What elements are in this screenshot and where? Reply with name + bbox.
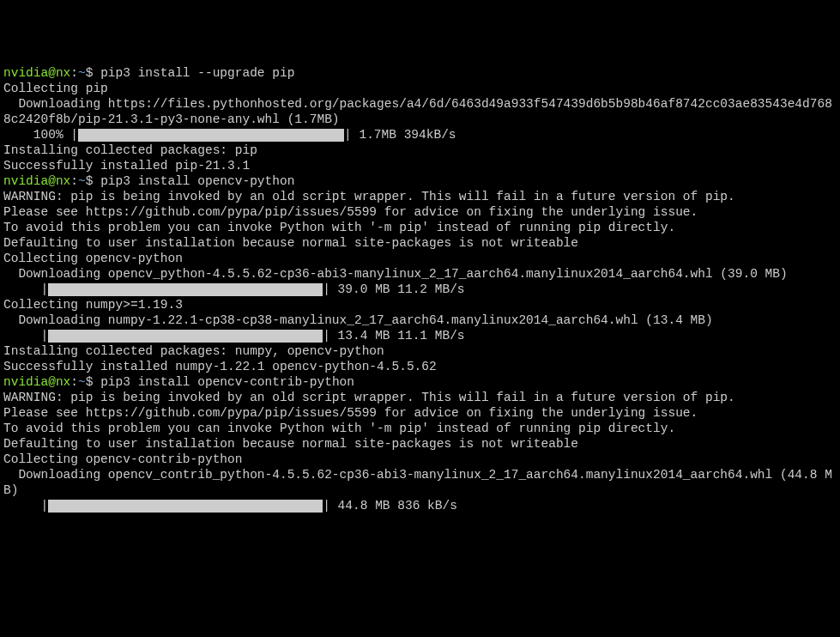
output-line: Please see https://github.com/pypa/pip/i…	[3, 204, 837, 220]
terminal-output[interactable]: nvidia@nx:~$ pip3 install --upgrade pipC…	[3, 65, 837, 513]
prompt-dollar: $	[86, 375, 100, 389]
progress-stats: | 44.8 MB 836 kB/s	[323, 499, 457, 513]
output-line: Downloading opencv_python-4.5.5.62-cp36-…	[3, 266, 837, 282]
progress-line: || 39.0 MB 11.2 MB/s	[3, 282, 837, 297]
progress-indent: |	[3, 329, 48, 343]
output-line: Defaulting to user installation because …	[3, 436, 837, 452]
prompt-sep: :	[70, 66, 78, 80]
progress-bar	[48, 500, 323, 513]
progress-stats: | 1.7MB 394kB/s	[344, 128, 456, 142]
output-line: Installing collected packages: pip	[3, 143, 837, 158]
prompt-dollar: $	[86, 66, 100, 80]
progress-indent: |	[3, 282, 48, 296]
output-line: Collecting pip	[3, 81, 837, 96]
output-line: Downloading opencv_contrib_python-4.5.5.…	[3, 467, 837, 498]
prompt-path: ~	[78, 66, 86, 80]
output-line: Collecting opencv-contrib-python	[3, 452, 837, 467]
warning-line: WARNING: pip is being invoked by an old …	[3, 390, 837, 405]
output-line: Downloading numpy-1.22.1-cp38-cp38-manyl…	[3, 312, 837, 328]
output-line: Successfully installed numpy-1.22.1 open…	[3, 359, 837, 374]
output-line: Please see https://github.com/pypa/pip/i…	[3, 405, 837, 421]
prompt-path: ~	[78, 174, 86, 188]
output-line: Collecting opencv-python	[3, 251, 837, 266]
prompt-line: nvidia@nx:~$ pip3 install opencv-python	[3, 173, 837, 189]
progress-stats: | 13.4 MB 11.1 MB/s	[323, 329, 464, 343]
prompt-userhost: nvidia@nx	[3, 174, 70, 188]
output-line: Collecting numpy>=1.19.3	[3, 297, 837, 312]
command-text: pip3 install --upgrade pip	[100, 66, 294, 80]
progress-bar	[48, 330, 323, 343]
prompt-line: nvidia@nx:~$ pip3 install --upgrade pip	[3, 65, 837, 81]
prompt-userhost: nvidia@nx	[3, 375, 70, 389]
prompt-path: ~	[78, 375, 86, 389]
progress-indent: |	[3, 499, 48, 513]
progress-line: || 44.8 MB 836 kB/s	[3, 498, 837, 513]
output-line: To avoid this problem you can invoke Pyt…	[3, 220, 837, 235]
prompt-userhost: nvidia@nx	[3, 66, 70, 80]
output-line: Successfully installed pip-21.3.1	[3, 158, 837, 173]
progress-bar	[78, 129, 344, 142]
command-text: pip3 install opencv-contrib-python	[100, 375, 354, 389]
command-text: pip3 install opencv-python	[100, 174, 294, 188]
output-line: Defaulting to user installation because …	[3, 235, 837, 251]
progress-stats: | 39.0 MB 11.2 MB/s	[323, 282, 464, 296]
prompt-dollar: $	[86, 174, 100, 188]
prompt-line: nvidia@nx:~$ pip3 install opencv-contrib…	[3, 374, 837, 390]
progress-percent: 100% |	[3, 128, 78, 142]
progress-line: || 13.4 MB 11.1 MB/s	[3, 328, 837, 343]
prompt-sep: :	[70, 174, 78, 188]
output-line: Installing collected packages: numpy, op…	[3, 343, 837, 359]
prompt-sep: :	[70, 375, 78, 389]
warning-line: WARNING: pip is being invoked by an old …	[3, 189, 837, 204]
progress-line: 100% || 1.7MB 394kB/s	[3, 127, 837, 143]
output-line: Downloading https://files.pythonhosted.o…	[3, 96, 837, 127]
output-line: To avoid this problem you can invoke Pyt…	[3, 421, 837, 436]
progress-bar	[48, 283, 323, 296]
